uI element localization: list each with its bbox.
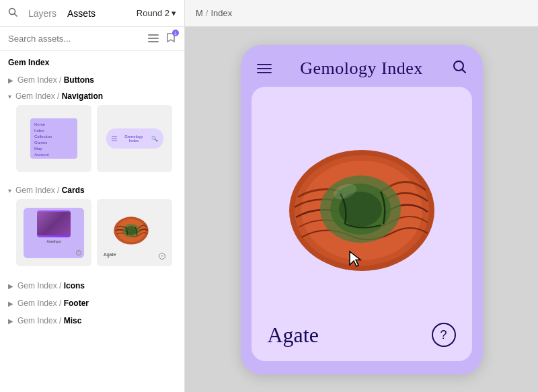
group-label-buttons: Gem Index / Buttons — [17, 75, 94, 85]
left-panel: Layers Assets Round 2 ▾ 1 — [0, 0, 185, 392]
sidebar-item-misc[interactable]: ▶ Gem Index / Misc — [0, 312, 184, 329]
gem-name-label: Agate — [268, 323, 319, 348]
sidebar-item-footer[interactable]: ▶ Gem Index / Footer — [0, 295, 184, 312]
search-bar: 1 — [0, 27, 184, 51]
hamburger-line-2 — [112, 139, 117, 139]
group-label-navigation: Gem Index / Navigation — [15, 91, 103, 101]
hamburger-menu-icon[interactable] — [257, 64, 272, 73]
agate-svg-mini — [111, 212, 151, 249]
svg-rect-4 — [148, 41, 159, 42]
phone-header: Gemology Index — [241, 45, 483, 87]
svg-line-1 — [15, 14, 17, 17]
chevron-down-icon-nav: ▾ — [8, 93, 11, 100]
chevron-right-icon-misc: ▶ — [8, 317, 13, 325]
agate-card-label: Agate — [104, 252, 116, 257]
phone-bottom-strip — [241, 361, 483, 375]
right-panel: M / Index Gemology Index — [185, 0, 538, 392]
section-title: Gem Index — [0, 51, 184, 71]
sidebar-item-cards: ▾ Gem Index / Cards Amethyst ? — [0, 183, 184, 277]
hamburger-line-bot — [257, 72, 272, 73]
agate-gem-mini — [111, 212, 158, 252]
hamburger-line-mid — [257, 68, 272, 69]
hamburger-line-1 — [112, 136, 117, 137]
search-mini-icon: 🔍 — [151, 136, 158, 142]
navigation-thumbnails: HomeIndexCollectionGamesMapAccount Gemol… — [8, 105, 176, 180]
bookmark-badge: 1 — [172, 30, 179, 36]
group-label-footer: Gem Index / Footer — [17, 299, 89, 308]
nav-thumbnail-2[interactable]: Gemology Index 🔍 — [97, 105, 172, 172]
hamburger-mini — [112, 136, 117, 141]
chevron-right-icon: ▶ — [8, 77, 13, 84]
layers-tab[interactable]: Layers — [28, 5, 56, 22]
canvas-area: Gemology Index — [185, 27, 538, 392]
top-bar: Layers Assets Round 2 ▾ — [0, 0, 184, 27]
nav-thumb-bar: Gemology Index 🔍 — [106, 128, 163, 149]
gem-image-container — [265, 100, 459, 315]
round-label: Round 2 — [137, 8, 169, 18]
info-symbol: ? — [440, 328, 447, 342]
card-footer: Agate ? — [265, 323, 459, 348]
svg-line-10 — [462, 70, 465, 73]
chevron-right-icon-icons: ▶ — [8, 282, 13, 290]
breadcrumb-separator: / — [206, 8, 208, 18]
card-thumb-amethyst-inner: Amethyst ? — [24, 208, 84, 258]
bookmarks-icon[interactable]: 1 — [165, 32, 176, 45]
chevron-down-icon-cards: ▾ — [8, 187, 11, 194]
group-label-cards: Gem Index / Cards — [15, 186, 85, 195]
svg-rect-2 — [148, 34, 159, 36]
phone-title: Gemology Index — [300, 58, 422, 79]
breadcrumb: M / Index — [185, 0, 538, 27]
search-input[interactable] — [8, 34, 143, 44]
hamburger-line-3 — [112, 141, 117, 141]
card-thumbnail-agate[interactable]: Agate ? — [97, 199, 172, 266]
agate-gem-image — [281, 133, 443, 281]
assets-tab[interactable]: Assets — [67, 5, 95, 22]
sidebar-content: Gem Index ▶ Gem Index / Buttons ▾ Gem In… — [0, 51, 184, 392]
cards-thumbnails: Amethyst ? — [8, 199, 176, 274]
agate-info-icon: ? — [159, 253, 165, 260]
sidebar-item-icons[interactable]: ▶ Gem Index / Icons — [0, 277, 184, 295]
group-label-icons: Gem Index / Icons — [17, 281, 85, 290]
svg-rect-3 — [148, 38, 159, 39]
card-thumb-agate-inner: Agate ? — [97, 199, 172, 266]
sidebar-item-navigation: ▾ Gem Index / Navigation HomeIndexCollec… — [0, 89, 184, 183]
navigation-group-header[interactable]: ▾ Gem Index / Navigation — [8, 91, 176, 101]
group-label-misc: Gem Index / Misc — [17, 316, 81, 325]
amethyst-image — [37, 212, 71, 235]
nav-menu-items: HomeIndexCollectionGamesMapAccount — [34, 122, 52, 158]
phone-mockup: Gemology Index — [241, 45, 483, 375]
round-selector[interactable]: Round 2 ▾ — [137, 8, 176, 18]
amethyst-info-icon: ? — [76, 250, 81, 256]
breadcrumb-prefix: M — [196, 8, 203, 18]
hamburger-line-top — [257, 64, 272, 65]
amethyst-card-label: Amethyst — [47, 239, 61, 243]
search-icon-group: 1 — [148, 32, 176, 45]
phone-gem-card: Agate ? — [252, 87, 472, 361]
search-icon — [8, 7, 17, 19]
phone-search-icon[interactable] — [452, 59, 467, 77]
chevron-right-icon-footer: ▶ — [8, 300, 13, 307]
nav-thumb-menu: HomeIndexCollectionGamesMapAccount — [30, 118, 77, 159]
list-view-icon[interactable] — [148, 34, 159, 44]
breadcrumb-page: Index — [210, 8, 232, 18]
chevron-down-icon: ▾ — [171, 8, 176, 18]
info-button[interactable]: ? — [432, 323, 456, 347]
amethyst-gem-mini — [37, 210, 71, 237]
sidebar-item-buttons[interactable]: ▶ Gem Index / Buttons — [0, 71, 184, 89]
nav-bar-text: Gemology Index — [120, 134, 149, 143]
nav-thumbnail-1[interactable]: HomeIndexCollectionGamesMapAccount — [16, 105, 91, 172]
cards-group-header[interactable]: ▾ Gem Index / Cards — [8, 186, 176, 195]
card-thumbnail-amethyst[interactable]: Amethyst ? — [16, 199, 91, 266]
